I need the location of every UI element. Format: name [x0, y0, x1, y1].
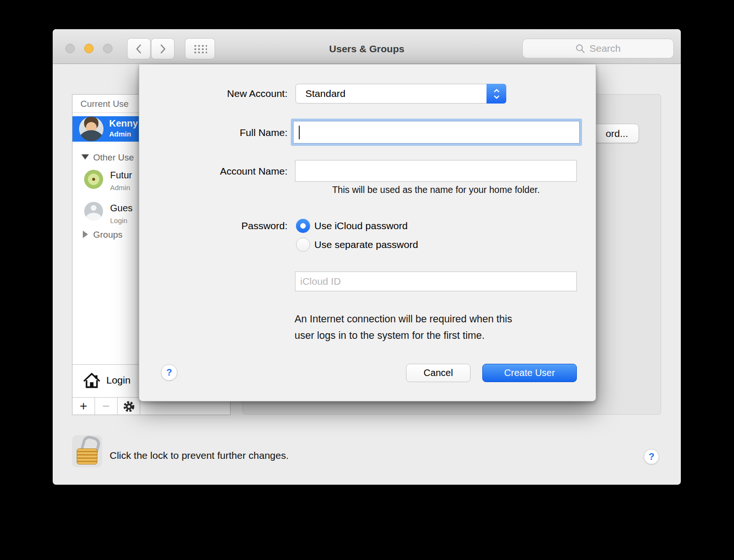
radio-label-icloud: Use iCloud password: [314, 219, 407, 233]
cancel-button[interactable]: Cancel: [406, 364, 471, 382]
create-user-button[interactable]: Create User: [482, 364, 577, 382]
password-label: Password:: [139, 220, 287, 232]
partial-button-label: ord...: [606, 128, 628, 139]
gear-icon: [123, 400, 135, 413]
account-name-input[interactable]: [295, 160, 576, 181]
remove-user-button[interactable]: −: [95, 398, 118, 415]
home-icon: [83, 371, 101, 389]
cancel-button-label: Cancel: [423, 368, 453, 378]
account-name-label: Account Name:: [139, 166, 287, 177]
search-icon: [575, 44, 585, 54]
lock-button[interactable]: [72, 435, 102, 467]
user-role: Admin: [109, 130, 131, 138]
group-label: Other Use: [93, 152, 134, 163]
user-avatar: [79, 117, 104, 141]
group-label: Groups: [93, 230, 122, 240]
note-line-1: An Internet connection will be required …: [295, 311, 596, 328]
login-options-label: Login: [106, 375, 130, 386]
create-user-button-label: Create User: [504, 368, 555, 378]
select-stepper[interactable]: [487, 84, 506, 104]
question-mark-icon: ?: [166, 367, 172, 378]
guest-avatar-icon: [84, 202, 103, 221]
internet-required-note: An Internet connection will be required …: [295, 311, 596, 344]
user-name: Futur: [110, 170, 132, 181]
new-account-label: New Account:: [139, 88, 287, 99]
user-name: Gues: [110, 203, 133, 214]
search-placeholder: Search: [590, 43, 621, 54]
account-name-field-wrap: [295, 160, 577, 182]
radio-label-separate: Use separate password: [314, 238, 418, 252]
question-mark-icon: ?: [648, 451, 654, 462]
search-input[interactable]: Search: [522, 39, 674, 58]
disclosure-closed-icon[interactable]: [83, 231, 88, 238]
account-name-hint: This will be used as the name for your h…: [295, 184, 577, 195]
full-name-label: Full Name:: [139, 127, 287, 138]
radio-use-separate-password[interactable]: [296, 238, 310, 252]
help-button[interactable]: ?: [644, 449, 659, 464]
lock-caption: Click the lock to prevent further change…: [110, 450, 289, 461]
unlocked-padlock-icon: [77, 448, 97, 464]
title-bar: Users & Groups Search: [53, 29, 681, 64]
text-caret: [299, 126, 300, 139]
selected-account-type: Standard: [305, 88, 345, 99]
radio-use-icloud-password[interactable]: [296, 219, 310, 233]
disclosure-open-icon[interactable]: [81, 154, 89, 160]
action-menu-button[interactable]: [118, 398, 140, 415]
note-line-2: user logs in to the system for the first…: [295, 328, 596, 344]
full-name-field-wrap: [293, 121, 580, 144]
user-name: Kenny: [109, 118, 138, 129]
plus-icon: +: [80, 399, 88, 414]
user-avatar: [84, 170, 103, 189]
add-user-button[interactable]: +: [72, 398, 95, 415]
chevron-up-icon: [494, 89, 500, 93]
sheet-help-button[interactable]: ?: [161, 364, 177, 381]
minus-icon: −: [103, 399, 110, 414]
icloud-id-field-wrap: [295, 272, 577, 291]
new-account-type-select[interactable]: Standard: [295, 84, 506, 104]
chevron-down-icon: [494, 95, 500, 99]
sidebar-header-label: Current Use: [80, 99, 128, 109]
icloud-id-input[interactable]: [295, 272, 576, 291]
user-role: Admin: [110, 184, 130, 192]
users-groups-window: Users & Groups Search Current Use Kenny …: [53, 29, 681, 485]
full-name-input[interactable]: [294, 121, 579, 143]
user-role: Login: [110, 216, 128, 224]
new-account-sheet: New Account: Standard Full Name: Account…: [139, 64, 596, 401]
